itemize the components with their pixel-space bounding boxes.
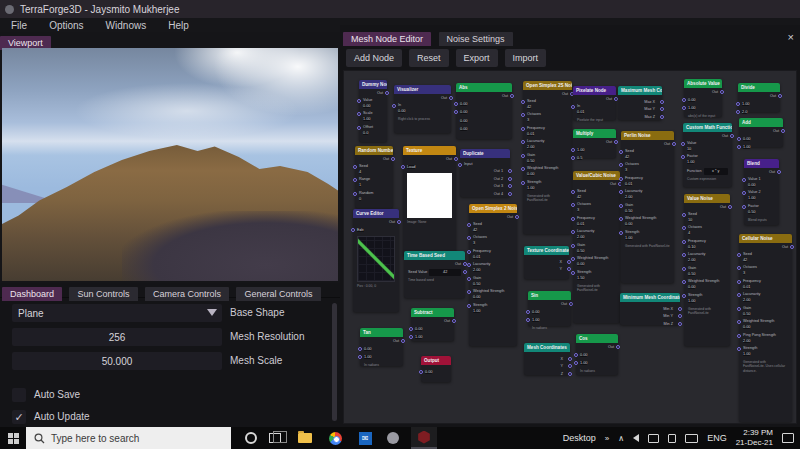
param-value[interactable]: 2.00 (577, 235, 584, 239)
output-pin[interactable] (568, 357, 572, 361)
node-texture-coordinates[interactable]: Texture CoordinatesXY (524, 246, 569, 279)
input-pin[interactable] (571, 271, 575, 275)
input-pin[interactable] (737, 334, 741, 338)
node-title[interactable]: Multiply (573, 129, 616, 138)
param-value[interactable]: 0.00 (625, 222, 632, 226)
param-value[interactable]: 1.00 (415, 335, 422, 339)
input-pin[interactable] (737, 307, 741, 311)
input-pin[interactable] (467, 290, 471, 294)
node-random-number[interactable]: Random NumberOutSeed4Range1Random0 (355, 146, 393, 208)
input-pin[interactable] (737, 280, 741, 284)
input-pin[interactable] (467, 223, 471, 227)
param-value[interactable]: 42 (429, 269, 461, 276)
output-pin[interactable] (568, 372, 572, 376)
param-value[interactable]: 10 (688, 218, 692, 222)
param-value[interactable]: 1.00 (363, 117, 370, 121)
mail-button[interactable]: ✉ (353, 427, 377, 449)
node-dummy-node[interactable]: Dummy NodeOutValue0.00Scale1.00Offset0.0 (359, 80, 387, 142)
param-value[interactable]: 2.00 (688, 258, 695, 262)
param-value[interactable]: 0.01 (577, 222, 584, 226)
node-title[interactable]: Visualizer (394, 85, 451, 94)
output-pin[interactable] (508, 184, 512, 188)
tab-camera-controls[interactable]: Camera Controls (145, 287, 229, 301)
param-value[interactable]: 2.00 (743, 298, 750, 302)
output-pin[interactable] (385, 91, 389, 95)
input-pin[interactable] (682, 106, 686, 110)
input-pin[interactable] (571, 244, 575, 248)
param-value[interactable]: 1.00 (687, 160, 694, 164)
node-title[interactable]: Blend (744, 159, 779, 168)
node-multiply[interactable]: MultiplyOut1.000.5 (573, 129, 616, 158)
param-value[interactable]: 42 (473, 228, 477, 232)
input-pin[interactable] (574, 353, 578, 357)
param-value[interactable]: 0.50 (748, 210, 755, 214)
node-cellular-noise[interactable]: Cellular NoiseOutSeed42Octaves3Frequency… (739, 234, 792, 422)
chevrons-icon[interactable]: » (605, 434, 609, 443)
output-pin[interactable] (510, 94, 514, 98)
param-value[interactable]: Load (407, 165, 415, 169)
output-pin[interactable] (391, 157, 395, 161)
input-pin[interactable] (681, 155, 685, 159)
node-tan[interactable]: TanOut0.001.00In radians (360, 328, 403, 366)
input-pin[interactable] (521, 127, 525, 131)
input-pin[interactable] (619, 177, 623, 181)
param-value[interactable]: 0.50 (743, 312, 750, 316)
input-pin[interactable] (409, 327, 413, 331)
input-pin[interactable] (681, 142, 685, 146)
node-value-noise[interactable]: Value NoiseOutSeed10Octaves4Frequency0.1… (684, 194, 730, 346)
node-cos[interactable]: CosOut0.001.00In radians (576, 334, 618, 375)
input-pin[interactable] (571, 203, 575, 207)
node-absolute-value[interactable]: Absolute ValueOut0.001.00abs(x) of the i… (684, 79, 722, 117)
param-value[interactable]: Edit (357, 228, 364, 232)
param-value[interactable]: 0 (359, 197, 361, 201)
param-value[interactable]: 0.00 (688, 285, 695, 289)
output-pin[interactable] (508, 169, 512, 173)
output-pin[interactable] (614, 140, 618, 144)
node-maximum-mesh-coordinates[interactable]: Maximum Mesh CoordinatesMax XMax YMax Z (618, 86, 662, 120)
param-value[interactable]: 0.0 (363, 131, 368, 135)
node-open-simplex-2s-noise[interactable]: Open Simplex 2S NoiseOutSeed42Octaves3Fr… (523, 81, 572, 234)
show-hidden-icons[interactable]: ∧ (618, 434, 624, 443)
param-value[interactable]: 1.00 (577, 148, 584, 152)
app-button[interactable] (381, 427, 405, 449)
param-value[interactable]: 2.00 (625, 195, 632, 199)
reset-button[interactable]: Reset (409, 49, 449, 67)
input-pin[interactable] (467, 304, 471, 308)
param-value[interactable]: 3 (527, 118, 529, 122)
param-value[interactable]: 0.00 (425, 370, 432, 374)
param-value[interactable]: 0.00 (363, 104, 370, 108)
param-value[interactable]: 1.00 (742, 102, 749, 106)
input-pin[interactable] (682, 267, 686, 271)
param-value[interactable]: 2.00 (473, 268, 480, 272)
node-title[interactable]: Absolute Value (684, 79, 722, 88)
input-pin[interactable] (454, 102, 458, 106)
param-value[interactable]: 1.00 (532, 318, 539, 322)
output-pin[interactable] (515, 215, 519, 219)
input-pin[interactable] (358, 355, 362, 359)
terraforge-taskbar-button[interactable] (411, 427, 437, 449)
tab-dashboard[interactable]: Dashboard (2, 287, 62, 301)
param-value[interactable]: 0.50 (527, 159, 534, 163)
node-title[interactable]: Custom Math Function (683, 123, 732, 132)
input-pin[interactable] (682, 240, 686, 244)
node-title[interactable]: Cellular Noise (739, 234, 792, 243)
node-title[interactable]: Value Noise (684, 194, 730, 203)
input-pin[interactable] (737, 253, 741, 257)
input-pin[interactable] (682, 280, 686, 284)
param-value[interactable]: 3 (473, 241, 475, 245)
node-title[interactable]: Time Based Seed (404, 251, 465, 260)
start-button[interactable] (0, 427, 26, 449)
auto-update-checkbox[interactable]: ✓ (12, 410, 26, 424)
input-pin[interactable] (357, 99, 361, 103)
param-value[interactable]: 0.00 (748, 183, 755, 187)
node-blend[interactable]: BlendOutValue 10.00Value 21.00Factor0.50… (744, 159, 779, 225)
input-pin[interactable] (526, 318, 530, 322)
clock[interactable]: 2:39 PM 21-Dec-21 (736, 428, 773, 448)
param-value[interactable]: 2.0 (742, 110, 747, 114)
node-duplicate[interactable]: DuplicateInputOut 1Out 2Out 3Out 4 (460, 149, 510, 197)
param-value[interactable]: 0.50 (473, 282, 480, 286)
output-pin[interactable] (508, 192, 512, 196)
auto-save-checkbox[interactable] (12, 388, 26, 402)
input-pin[interactable] (619, 217, 623, 221)
output-pin[interactable] (660, 115, 664, 119)
